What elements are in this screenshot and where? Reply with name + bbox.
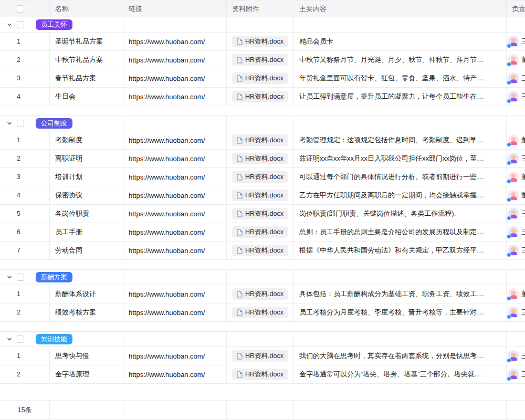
column-header-attachment[interactable]: 资料附件 (227, 1, 294, 17)
owner[interactable]: 三 (508, 72, 525, 84)
cell-link[interactable]: https://www.huoban.com/ (123, 223, 227, 241)
cell-content[interactable]: 总则：员工手册的总则主要是介绍公司的发展历程以及制定… (294, 223, 507, 241)
owner[interactable]: 三 (508, 36, 525, 47)
cell-name[interactable]: 保密协议 (50, 186, 123, 204)
cell-link[interactable]: https://www.huoban.com/ (123, 168, 227, 186)
owner[interactable]: 三 (508, 369, 525, 380)
cell-link[interactable]: https://www.huoban.com/ (123, 131, 227, 149)
cell-name[interactable]: 培训计划 (50, 168, 123, 186)
cell-content[interactable]: 金字塔通常可以分为“塔尖、塔身、塔基”三个部分。塔尖就… (294, 365, 507, 383)
attachment-chip[interactable]: HR资料.docx (232, 350, 288, 362)
cell-link[interactable]: https://www.huoban.com/ (123, 69, 227, 87)
row-number: 7 (17, 247, 20, 254)
cell-link[interactable]: https://www.huoban.com/ (123, 303, 227, 321)
attachment-chip[interactable]: HR资料.docx (232, 134, 288, 146)
cell-content[interactable]: 员工考核分为月度考核、季度考核、晋升考核等，主要针对… (294, 303, 507, 321)
owner[interactable]: 三 (508, 245, 525, 256)
cell-content[interactable]: 让员工得到满意度，提升员工的凝聚力，让每个员工能生在… (294, 88, 507, 106)
attachment-chip[interactable]: HR资料.docx (232, 190, 288, 201)
cell-content[interactable]: 可以通过每个部门的具体情况进行分析。或者前期进行一些… (294, 168, 507, 186)
owner[interactable]: 董 (508, 190, 525, 201)
cell-name[interactable]: 春节礼品方案 (50, 69, 123, 87)
group-name-badge[interactable]: 知识技能 (36, 334, 72, 344)
column-header-content[interactable]: 主要内容 (294, 1, 507, 17)
cell-link[interactable]: https://www.huoban.com/ (123, 205, 227, 223)
cell-link[interactable]: https://www.huoban.com/ (123, 242, 227, 259)
cell-name[interactable]: 劳动合同 (50, 242, 123, 259)
group-select-checkbox[interactable] (17, 274, 24, 281)
cell-link[interactable]: https://www.huoban.com/ (123, 150, 227, 167)
owner[interactable]: 三 (508, 226, 525, 238)
owner[interactable]: 三 (508, 350, 525, 362)
column-header-link[interactable]: 链接 (123, 1, 227, 17)
cell-link[interactable]: https://www.huoban.com/ (123, 33, 227, 50)
cell-name[interactable]: 金字塔原理 (50, 365, 123, 383)
group-name-badge[interactable]: 员工关怀 (36, 19, 72, 30)
cell-content[interactable]: 乙方在甲方任职期间及离职后的一定期间，均会接触或掌握… (294, 186, 507, 204)
group-select-checkbox[interactable] (17, 335, 24, 343)
attachment-chip[interactable]: HR资料.docx (232, 36, 288, 47)
column-header-name[interactable]: 名称 (50, 1, 123, 17)
owner[interactable]: 三 (508, 153, 525, 164)
cell-link[interactable]: https://www.huoban.com/ (123, 88, 227, 106)
select-all-checkbox[interactable] (17, 5, 24, 13)
group-select-checkbox[interactable] (17, 21, 24, 28)
chevron-down-icon[interactable] (6, 274, 13, 280)
cell-name[interactable]: 各岗位职责 (50, 205, 123, 223)
attachment-chip[interactable]: HR资料.docx (232, 288, 288, 300)
cell-name[interactable]: 圣诞节礼品方案 (50, 33, 123, 50)
attachment-chip[interactable]: HR资料.docx (232, 54, 288, 66)
cell-content[interactable]: 考勤管理规定：这项规定包括作息时间、考勤制度、迟到早… (294, 131, 507, 149)
owner[interactable]: 三 (508, 91, 525, 102)
owner[interactable]: 董 (508, 171, 525, 183)
chevron-down-icon[interactable] (6, 336, 13, 342)
column-header-owner[interactable]: 负责人 (507, 1, 525, 17)
cell-link[interactable]: https://www.huoban.com/ (123, 186, 227, 204)
cell-content[interactable]: 岗位职责(部门职责、关键岗位描述、各类工作流程)。 (294, 205, 507, 223)
cell-content[interactable]: 我们的大脑在思考时，其实存在着两套系统，分别是快思考… (294, 347, 507, 365)
table-row: 4生日会https://www.huoban.com/HR资料.docx让员工得… (0, 88, 525, 106)
cell-link[interactable]: https://www.huoban.com/ (123, 365, 227, 383)
owner[interactable]: 董 (508, 134, 525, 146)
attachment-chip[interactable]: HR资料.docx (232, 208, 288, 219)
cell-content[interactable]: 年货礼盒里面可以有贺卡、红包、零食、坚果、酒水、特产… (294, 69, 507, 87)
owner[interactable]: 三 (508, 208, 525, 219)
attachment-chip[interactable]: HR资料.docx (232, 226, 288, 238)
attachment-chip[interactable]: HR资料.docx (232, 153, 288, 164)
table-row: 7劳动合同https://www.huoban.com/HR资料.docx根据《… (0, 242, 525, 260)
attachment-chip[interactable]: HR资料.docx (232, 369, 288, 380)
cell-content[interactable]: 根据《中华人民共和国劳动法》和有关规定，甲乙双方经平… (294, 242, 507, 259)
cell-name[interactable]: 中秋节礼品方案 (50, 51, 123, 69)
cell-name[interactable]: 考勤制度 (50, 131, 123, 149)
cell-content[interactable]: 精品会员卡 (294, 33, 507, 50)
chevron-down-icon[interactable] (6, 22, 13, 28)
cell-name[interactable]: 员工手册 (50, 223, 123, 241)
empty-area (0, 384, 525, 400)
attachment-chip[interactable]: HR资料.docx (232, 245, 288, 256)
attachment-chip[interactable]: HR资料.docx (232, 91, 288, 102)
cell-name[interactable]: 思考快与慢 (50, 347, 123, 365)
chevron-down-icon[interactable] (6, 120, 13, 127)
cell-content[interactable]: 中秋节又称祭月节、月光诞、月夕、秋节、仲秋节、拜月节… (294, 51, 507, 69)
attachment-chip[interactable]: HR资料.docx (232, 171, 288, 183)
doc-icon (237, 137, 243, 144)
doc-icon (237, 174, 243, 181)
cell-name[interactable]: 离职证明 (50, 150, 123, 167)
cell-name[interactable]: 薪酬体系设计 (50, 285, 123, 303)
cell-link[interactable]: https://www.huoban.com/ (123, 285, 227, 303)
group-select-checkbox[interactable] (17, 120, 24, 127)
attachment-chip[interactable]: HR资料.docx (232, 72, 288, 84)
attachment-chip[interactable]: HR资料.docx (232, 307, 288, 318)
owner[interactable]: 三 (508, 307, 525, 318)
owner[interactable]: 董 (508, 54, 525, 66)
cell-link[interactable]: https://www.huoban.com/ (123, 51, 227, 69)
group-name-badge[interactable]: 公司制度 (36, 118, 72, 129)
owner[interactable]: 董 (508, 288, 525, 300)
cell-attachment: HR资料.docx (227, 186, 294, 204)
cell-name[interactable]: 绩效考核方案 (50, 303, 123, 321)
cell-name[interactable]: 生日会 (50, 88, 123, 106)
cell-content[interactable]: 兹证明xx自xx年xx月xx日入职我公司担任xx部门xx岗位，至… (294, 150, 507, 167)
cell-link[interactable]: https://www.huoban.com/ (123, 347, 227, 365)
group-name-badge[interactable]: 薪酬方案 (36, 272, 72, 282)
cell-content[interactable]: 具体包括：员工薪酬构成分为基础工资、职务工资、绩效工… (294, 285, 507, 303)
